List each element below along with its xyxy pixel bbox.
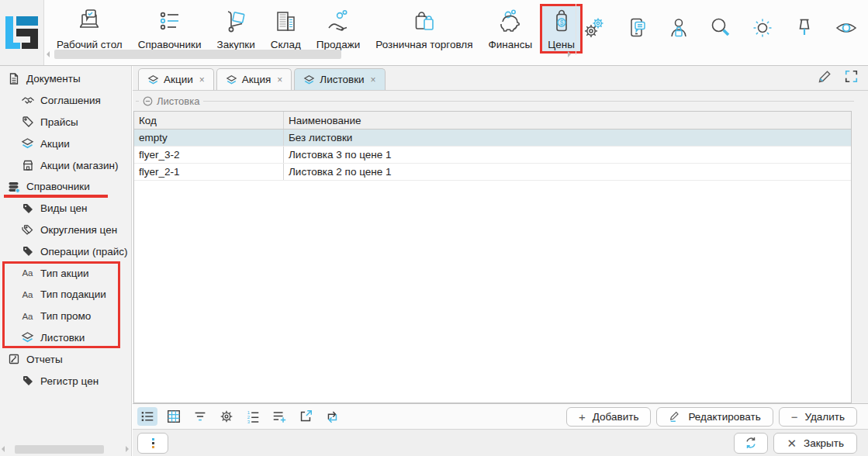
phone-message-icon[interactable] <box>625 16 648 40</box>
module-label: Финансы <box>489 39 533 50</box>
settings-gears-icon[interactable] <box>583 16 607 40</box>
tab-close-icon[interactable]: × <box>371 74 376 85</box>
utility-icons <box>583 16 858 40</box>
sidebar-item-pricelists[interactable]: Прайсы <box>0 112 131 133</box>
app-logo <box>5 16 38 49</box>
cell-code[interactable]: flyer_2-1 <box>134 164 284 180</box>
top-toolbar: Рабочий стол Справочники Закупки <box>0 0 868 66</box>
sidebar-hscrollbar[interactable] <box>2 444 129 454</box>
eye-icon[interactable] <box>835 16 858 40</box>
module-purchases[interactable]: Закупки <box>209 4 263 54</box>
sidebar-item-price-operations[interactable]: Операции (прайс) <box>0 240 131 262</box>
module-retail[interactable]: Розничная торговля <box>368 4 480 54</box>
module-desktop[interactable]: Рабочий стол <box>49 4 130 54</box>
module-sales[interactable]: Продажи <box>309 4 368 54</box>
scroll-thumb[interactable] <box>54 50 341 59</box>
sidebar-item-label: Соглашения <box>40 95 101 106</box>
plus-icon: + <box>579 411 586 423</box>
layers-icon <box>20 137 35 150</box>
close-button[interactable]: ✕ Закрыть <box>773 433 857 454</box>
sidebar-item-label: Виды цен <box>40 202 87 214</box>
add-button[interactable]: + Добавить <box>566 407 651 427</box>
module-label: Розничная торговля <box>375 39 472 50</box>
tab-close-icon[interactable]: × <box>199 74 205 85</box>
kebab-menu-icon <box>152 438 154 448</box>
sidebar-item-price-types[interactable]: Виды цен <box>0 198 131 219</box>
tab-close-icon[interactable]: × <box>277 74 282 85</box>
layers-icon <box>226 74 237 85</box>
sidebar-item-label: Акции <box>40 138 70 150</box>
pin-icon[interactable] <box>793 16 816 40</box>
sidebar-item-agreements[interactable]: Соглашения <box>0 90 131 112</box>
pencil-icon <box>669 410 681 423</box>
module-finance[interactable]: Финансы <box>481 4 541 54</box>
toolbar-hscrollbar[interactable] <box>47 50 571 59</box>
tab-label: Акция <box>242 74 271 85</box>
refresh-button[interactable] <box>734 433 768 454</box>
svg-text:3: 3 <box>247 420 251 424</box>
tab-flyers[interactable]: Листовки × <box>294 68 385 90</box>
user-lock-icon[interactable] <box>667 16 690 40</box>
module-label: Справочники <box>138 39 202 50</box>
purchases-icon <box>223 7 249 35</box>
sidebar-item-label: Операции (прайс) <box>40 246 128 257</box>
toolbar-divider <box>576 4 576 55</box>
collapse-icon[interactable] <box>143 96 153 106</box>
settings-gear-icon[interactable] <box>216 407 237 426</box>
grid-view-icon[interactable] <box>164 407 184 426</box>
sidebar-item-label: Документы <box>26 73 81 85</box>
retail-icon <box>411 7 437 35</box>
edit-button-label: Редактировать <box>688 411 760 423</box>
sidebar-item-promotions-store[interactable]: Акции (магазин) <box>0 154 131 176</box>
scroll-right-arrow-icon[interactable] <box>126 446 129 452</box>
scroll-right-arrow-icon[interactable] <box>568 51 571 57</box>
scroll-left-arrow-icon[interactable] <box>2 446 5 452</box>
column-header-name[interactable]: Наименование <box>284 112 851 129</box>
fullscreen-icon[interactable] <box>844 69 859 84</box>
module-label: Цены <box>548 39 575 50</box>
tags-outline-icon <box>20 223 35 236</box>
tab-promotions[interactable]: Акции × <box>138 68 214 90</box>
table-row[interactable]: empty Без листовки <box>134 130 851 147</box>
edit-button[interactable]: Редактировать <box>656 407 773 427</box>
sidebar-item-documents[interactable]: Документы <box>0 68 131 90</box>
tab-promotion[interactable]: Акция × <box>216 68 292 90</box>
column-header-code[interactable]: Код <box>134 112 284 129</box>
cell-code[interactable]: empty <box>134 130 284 146</box>
scroll-thumb[interactable] <box>15 445 104 454</box>
delete-button[interactable]: − Удалить <box>779 407 857 427</box>
module-warehouse[interactable]: Склад <box>263 4 309 54</box>
numbered-list-icon[interactable]: 1 2 3 <box>243 407 263 426</box>
list-view-icon[interactable] <box>137 407 157 426</box>
sidebar-item-reports[interactable]: Отчеты <box>0 348 131 370</box>
module-catalogs[interactable]: Справочники <box>130 4 209 54</box>
sidebar-item-price-rounding[interactable]: Округления цен <box>0 219 131 241</box>
minus-icon: − <box>791 411 798 423</box>
more-options-button[interactable] <box>137 433 168 454</box>
module-label: Продажи <box>316 39 360 50</box>
filter-icon[interactable] <box>190 407 210 426</box>
open-external-icon[interactable] <box>296 407 316 426</box>
search-icon[interactable] <box>709 16 732 40</box>
brightness-icon[interactable] <box>751 16 774 40</box>
edit-pencil-icon[interactable] <box>817 68 833 85</box>
catalogs-icon <box>157 7 183 35</box>
sidebar-item-label: Округления цен <box>40 224 117 236</box>
cell-code[interactable]: flyer_3-2 <box>134 147 284 163</box>
sidebar-item-price-register[interactable]: Регистр цен <box>0 370 131 392</box>
delete-button-label: Удалить <box>804 411 845 423</box>
cell-name[interactable]: Листовка 3 по цене 1 <box>284 147 851 163</box>
cell-name[interactable]: Без листовки <box>284 130 851 146</box>
sidebar-item-promotions[interactable]: Акции <box>0 133 131 154</box>
add-to-list-icon[interactable] <box>269 407 289 426</box>
repeat-icon[interactable] <box>322 407 342 426</box>
cell-name[interactable]: Листовка 2 по цене 1 <box>284 164 851 180</box>
tab-bar: Акции × Акция × Листовки × <box>133 66 868 91</box>
table-row[interactable]: flyer_3-2 Листовка 3 по цене 1 <box>134 147 851 164</box>
module-label: Рабочий стол <box>57 39 123 50</box>
annotation-red-underline <box>4 195 108 198</box>
table-row[interactable]: flyer_2-1 Листовка 2 по цене 1 <box>134 164 851 181</box>
scroll-left-arrow-icon[interactable] <box>47 51 50 57</box>
refresh-icon <box>744 436 758 450</box>
tag-filled-icon <box>20 375 35 387</box>
